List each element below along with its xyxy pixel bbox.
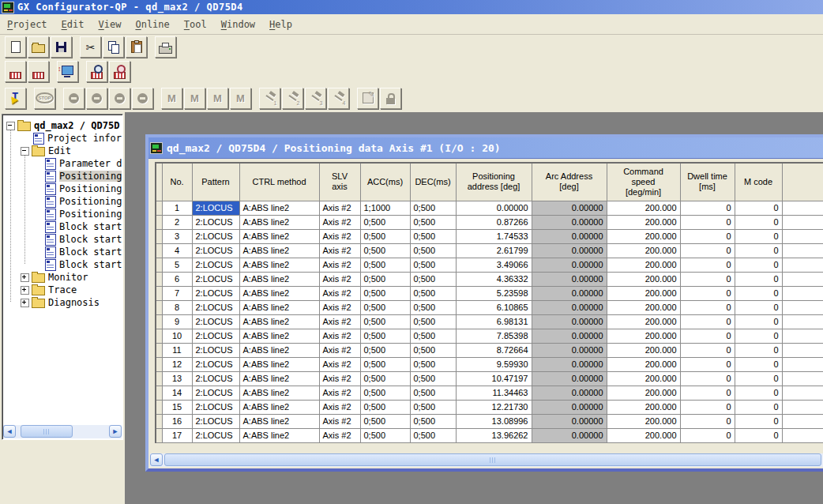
cell-ctrl[interactable]: A:ABS line2 xyxy=(239,243,319,258)
cell-slv[interactable]: Axis #2 xyxy=(319,258,360,272)
cell-pos[interactable]: 10.47197 xyxy=(456,371,532,386)
cell-acc[interactable]: 1;1000 xyxy=(360,201,410,215)
cell-mcode[interactable]: 0 xyxy=(735,201,782,215)
cell-dec[interactable]: 0;500 xyxy=(410,300,456,314)
cell-pos[interactable]: 1.74533 xyxy=(456,229,532,243)
cell-acc[interactable]: 0;500 xyxy=(360,243,410,258)
cell-dec[interactable]: 0;500 xyxy=(410,386,456,400)
cell-ctrl[interactable]: A:ABS line2 xyxy=(239,386,319,400)
cell-pos[interactable]: 8.72664 xyxy=(456,343,532,357)
cell-slv[interactable]: Axis #2 xyxy=(319,286,360,300)
cell-dwell[interactable]: 0 xyxy=(680,400,735,414)
cell-dwell[interactable]: 0 xyxy=(680,215,735,229)
cell-cmd[interactable]: 200.000 xyxy=(607,258,680,272)
cell-no[interactable]: 9 xyxy=(162,314,192,329)
cell-cmd[interactable]: 200.000 xyxy=(607,201,680,215)
tool-axis-2-button[interactable]: 2 xyxy=(282,88,303,109)
cell-mcode[interactable]: 0 xyxy=(735,371,782,386)
cell-dwell[interactable]: 0 xyxy=(680,201,735,215)
axis-operation-4-button[interactable] xyxy=(132,88,153,109)
cell-no[interactable]: 14 xyxy=(162,386,192,400)
cell-arc[interactable]: 0.00000 xyxy=(532,357,607,371)
menu-help[interactable]: Help xyxy=(262,17,299,32)
child-titlebar[interactable]: qd_max2 / QD75D4 / Positioning data Axis… xyxy=(148,137,823,159)
menu-edit[interactable]: Edit xyxy=(54,17,92,32)
scroll-left-arrow-icon[interactable]: ◄ xyxy=(150,453,163,466)
cell-arc[interactable]: 0.00000 xyxy=(532,386,607,400)
cell-slv[interactable]: Axis #2 xyxy=(319,272,360,286)
cell-no[interactable]: 8 xyxy=(162,300,192,314)
cell-no[interactable]: 17 xyxy=(162,428,192,442)
cell-no[interactable]: 7 xyxy=(162,286,192,300)
cell-cmd[interactable]: 200.000 xyxy=(607,386,680,400)
cell-pattern[interactable]: 2:LOCUS xyxy=(192,229,239,243)
cell-dec[interactable]: 0;500 xyxy=(410,258,456,272)
expand-plus-icon[interactable] xyxy=(21,286,29,295)
cell-mcode[interactable]: 0 xyxy=(735,357,782,371)
cell-dec[interactable]: 0;500 xyxy=(410,371,456,386)
cell-slv[interactable]: Axis #2 xyxy=(319,343,360,357)
cell-dwell[interactable]: 0 xyxy=(680,371,735,386)
cell-slv[interactable]: Axis #2 xyxy=(319,357,360,371)
tree-item-diagnosis[interactable]: Diagnosis xyxy=(4,296,122,309)
cell-dwell[interactable]: 0 xyxy=(680,229,735,243)
collapse-minus-icon[interactable] xyxy=(6,122,15,130)
cell-pattern[interactable]: 2:LOCUS xyxy=(192,243,239,258)
cell-dec[interactable]: 0;500 xyxy=(410,272,456,286)
cell-ctrl[interactable]: A:ABS line2 xyxy=(239,400,319,414)
cell-pos[interactable]: 2.61799 xyxy=(456,243,532,258)
m-code-off-axis-1-button[interactable]: M xyxy=(161,88,182,109)
cell-mcode[interactable]: 0 xyxy=(735,286,782,300)
cell-dec[interactable]: 0;500 xyxy=(410,215,456,229)
menu-view[interactable]: View xyxy=(92,17,129,32)
cell-pattern[interactable]: 2:LOCUS xyxy=(192,400,239,414)
cell-no[interactable]: 16 xyxy=(162,414,192,428)
expand-plus-icon[interactable] xyxy=(21,299,29,307)
cell-ctrl[interactable]: A:ABS line2 xyxy=(239,371,319,386)
cell-slv[interactable]: Axis #2 xyxy=(319,386,360,400)
cell-arc[interactable]: 0.00000 xyxy=(532,215,607,229)
grid-scrollbar-thumb[interactable] xyxy=(164,453,821,466)
cell-slv[interactable]: Axis #2 xyxy=(319,428,360,442)
cell-ctrl[interactable]: A:ABS line2 xyxy=(239,414,319,428)
cell-pattern[interactable]: 2:LOCUS xyxy=(192,272,239,286)
cell-arc[interactable]: 0.00000 xyxy=(532,201,607,215)
cell-dec[interactable]: 0;500 xyxy=(410,329,456,343)
scroll-left-arrow-icon[interactable]: ◄ xyxy=(3,425,16,438)
new-file-button[interactable] xyxy=(5,36,26,58)
cell-dec[interactable]: 0;500 xyxy=(410,314,456,329)
tree-item-positioning[interactable]: Positioning xyxy=(4,208,122,220)
cell-acc[interactable]: 0;500 xyxy=(360,386,410,400)
cell-pattern[interactable]: 2:LOCUS xyxy=(192,286,239,300)
cell-pattern[interactable]: 2:LOCUS xyxy=(192,258,239,272)
cell-no[interactable]: 4 xyxy=(162,243,192,258)
cell-mcode[interactable]: 0 xyxy=(735,300,782,314)
edit-write-button[interactable] xyxy=(357,88,378,109)
cell-cmd[interactable]: 200.000 xyxy=(607,414,680,428)
menu-window[interactable]: Window xyxy=(214,17,262,32)
cell-mcode[interactable]: 0 xyxy=(735,414,782,428)
cell-acc[interactable]: 0;500 xyxy=(360,300,410,314)
cell-no[interactable]: 3 xyxy=(162,229,192,243)
tree-item-parameter-d[interactable]: Parameter d xyxy=(4,157,122,170)
tool-axis-3-button[interactable]: 3 xyxy=(305,88,326,109)
cell-dec[interactable]: 0;500 xyxy=(410,428,456,442)
cell-slv[interactable]: Axis #2 xyxy=(319,400,360,414)
cell-dwell[interactable]: 0 xyxy=(680,300,735,314)
tree-horizontal-scrollbar[interactable]: ◄ ► xyxy=(3,425,122,438)
cell-acc[interactable]: 0;500 xyxy=(360,343,410,357)
cell-arc[interactable]: 0.00000 xyxy=(532,414,607,428)
cell-pos[interactable]: 4.36332 xyxy=(456,272,532,286)
cell-pos[interactable]: 13.08996 xyxy=(456,414,532,428)
cell-pattern[interactable]: 2:LOCUS xyxy=(192,357,239,371)
cell-cmd[interactable]: 200.000 xyxy=(607,400,680,414)
cell-ctrl[interactable]: A:ABS line2 xyxy=(239,272,319,286)
save-file-button[interactable] xyxy=(51,36,72,58)
menu-online[interactable]: Online xyxy=(128,17,176,32)
cell-dwell[interactable]: 0 xyxy=(680,386,735,400)
cell-pattern[interactable]: 2:LOCUS xyxy=(192,215,239,229)
cell-no[interactable]: 5 xyxy=(162,258,192,272)
cell-mcode[interactable]: 0 xyxy=(735,428,782,442)
tool-axis-1-button[interactable]: 1 xyxy=(259,88,280,109)
cell-ctrl[interactable]: A:ABS line2 xyxy=(239,258,319,272)
